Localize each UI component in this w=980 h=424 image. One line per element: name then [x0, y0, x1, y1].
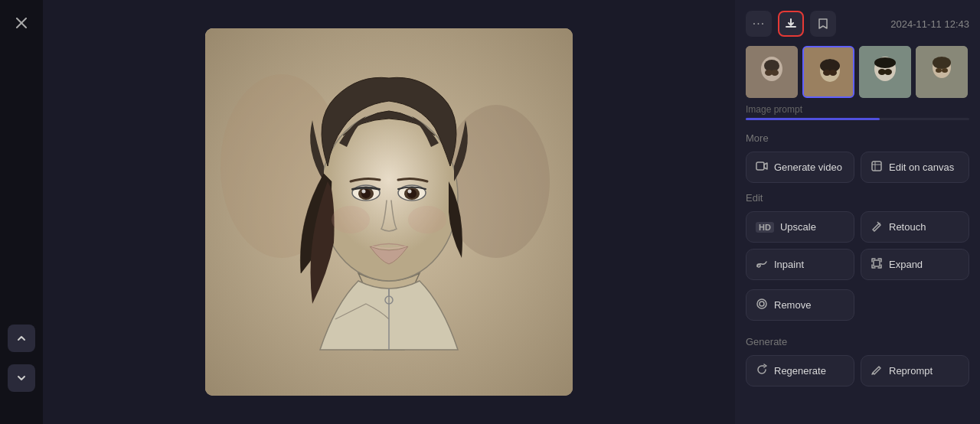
download-button[interactable]	[778, 11, 804, 37]
left-sidebar	[0, 0, 43, 424]
more-options-button[interactable]: ···	[746, 11, 772, 37]
svg-point-27	[820, 59, 840, 73]
upscale-label: Upscale	[780, 221, 816, 233]
svg-point-47	[760, 302, 764, 306]
timestamp: 2024-11-11 12:43	[890, 18, 969, 30]
inpaint-button[interactable]: Inpaint	[746, 249, 854, 280]
expand-icon	[871, 257, 883, 272]
retouch-button[interactable]: Retouch	[861, 211, 969, 243]
more-buttons-grid: Generate video Edit on canvas	[746, 152, 969, 183]
svg-point-46	[757, 299, 766, 308]
svg-point-39	[942, 68, 948, 73]
section-generate-label: Generate	[746, 336, 969, 347]
right-panel: ··· 2024-11-11 12:43	[735, 0, 980, 424]
regenerate-button[interactable]: Regenerate	[746, 355, 854, 386]
remove-button[interactable]: Remove	[746, 289, 854, 321]
upscale-button[interactable]: HD Upscale	[746, 211, 854, 243]
generate-buttons-grid: Regenerate Reprompt	[746, 355, 969, 386]
svg-point-34	[884, 69, 892, 75]
svg-point-24	[771, 70, 779, 76]
close-button[interactable]	[9, 11, 34, 35]
reprompt-icon	[871, 364, 883, 378]
svg-rect-45	[874, 260, 880, 266]
thumbnail-2[interactable]	[802, 46, 854, 98]
svg-rect-41	[872, 161, 881, 171]
section-more-label: More	[746, 132, 969, 144]
edit-buttons-grid: HD Upscale Retouch Inpaint	[746, 211, 969, 280]
generate-video-label: Generate video	[774, 161, 842, 173]
svg-point-22	[764, 60, 779, 72]
svg-point-32	[874, 57, 896, 68]
edit-on-canvas-button[interactable]: Edit on canvas	[861, 152, 969, 183]
edit-on-canvas-icon	[871, 160, 883, 174]
nav-down-button[interactable]	[8, 364, 35, 392]
prompt-bar-fill	[746, 118, 880, 120]
image-prompt-label: Image prompt	[746, 104, 969, 115]
reprompt-button[interactable]: Reprompt	[861, 355, 969, 386]
svg-point-38	[936, 68, 942, 73]
svg-point-29	[829, 70, 837, 76]
inpaint-label: Inpaint	[774, 259, 804, 270]
regenerate-label: Regenerate	[774, 365, 826, 377]
expand-button[interactable]: Expand	[861, 249, 969, 280]
edit-on-canvas-label: Edit on canvas	[889, 161, 954, 173]
thumbnail-3[interactable]	[859, 46, 911, 98]
expand-label: Expand	[889, 259, 923, 270]
generate-video-button[interactable]: Generate video	[746, 152, 854, 183]
inpaint-icon	[756, 257, 768, 272]
remove-button-grid: Remove	[746, 289, 969, 321]
thumbnails-row	[746, 46, 969, 98]
thumbnail-4[interactable]	[916, 46, 968, 98]
thumbnail-1[interactable]	[746, 46, 798, 98]
svg-point-11	[362, 190, 366, 194]
svg-point-16	[332, 206, 370, 233]
reprompt-label: Reprompt	[889, 365, 933, 377]
generate-video-icon	[756, 160, 768, 174]
regenerate-icon	[756, 364, 768, 378]
svg-point-44	[757, 264, 760, 267]
upscale-icon: HD	[756, 222, 774, 233]
main-image	[205, 28, 573, 396]
prompt-bar	[746, 118, 969, 120]
svg-point-17	[408, 206, 446, 233]
nav-up-button[interactable]	[8, 325, 35, 352]
svg-point-15	[408, 190, 412, 194]
retouch-label: Retouch	[889, 221, 926, 233]
section-edit-label: Edit	[746, 192, 969, 204]
bookmark-button[interactable]	[810, 11, 836, 37]
remove-label: Remove	[774, 299, 811, 311]
retouch-icon	[871, 220, 883, 234]
image-area	[43, 0, 735, 424]
remove-icon	[756, 298, 768, 312]
svg-rect-40	[756, 162, 764, 170]
svg-point-37	[933, 57, 951, 69]
toolbar: ··· 2024-11-11 12:43	[746, 11, 969, 37]
